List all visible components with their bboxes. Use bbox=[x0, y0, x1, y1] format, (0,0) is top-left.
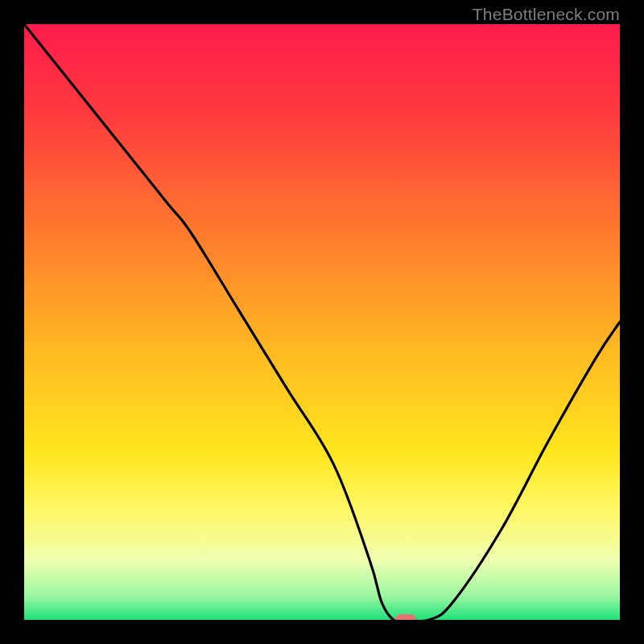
optimal-point-marker bbox=[395, 614, 416, 620]
attribution-text: TheBottleneck.com bbox=[473, 5, 620, 24]
bottleneck-curve bbox=[24, 24, 620, 620]
chart-outer-frame: TheBottleneck.com bbox=[0, 0, 644, 644]
plot-area bbox=[24, 24, 620, 620]
